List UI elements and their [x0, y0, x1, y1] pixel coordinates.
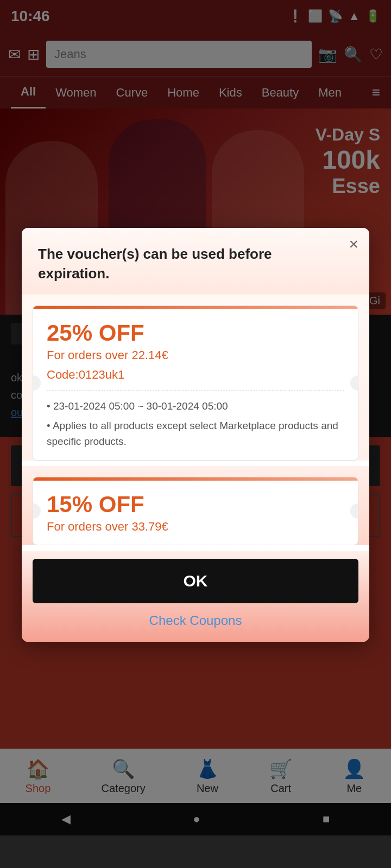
modal-header: × The voucher(s) can be used before expi… — [22, 228, 369, 295]
coupon1-discount: 25% OFF — [47, 320, 344, 346]
coupon1-code: Code:0123uk1 — [47, 368, 344, 382]
check-coupons-link[interactable]: Check Coupons — [33, 613, 358, 628]
coupon1-wrapper: 25% OFF For orders over 22.14€ Code:0123… — [22, 295, 369, 461]
coupon1-divider — [47, 390, 344, 391]
ok-button[interactable]: OK — [33, 559, 358, 603]
coupon2-discount: 15% OFF — [47, 492, 344, 518]
coupon1-condition: For orders over 22.14€ — [47, 348, 344, 362]
coupon1-card: 25% OFF For orders over 22.14€ Code:0123… — [33, 305, 358, 461]
voucher-modal: × The voucher(s) can be used before expi… — [22, 228, 369, 642]
coupon2-card: 15% OFF For orders over 33.79€ — [33, 477, 358, 545]
coupon2-body: 15% OFF For orders over 33.79€ — [33, 481, 358, 545]
coupon2-condition: For orders over 33.79€ — [47, 520, 344, 534]
coupon1-body: 25% OFF For orders over 22.14€ Code:0123… — [33, 309, 358, 461]
modal-title: The voucher(s) can be used before expira… — [38, 244, 353, 284]
coupon1-date: • 23-01-2024 05:00 ~ 30-01-2024 05:00 — [47, 399, 344, 414]
app-background: 10:46 ❕ ⬜ 📡 ▲ 🔋 ✉ ⊞ Jeans 📷 🔍 ♡ All Wome… — [0, 0, 391, 835]
modal-close-button[interactable]: × — [349, 236, 358, 252]
coupon1-applies: • Applies to all products except select … — [47, 418, 344, 449]
coupon2-wrapper: 15% OFF For orders over 33.79€ — [22, 466, 369, 545]
modal-footer: OK Check Coupons — [22, 551, 369, 642]
